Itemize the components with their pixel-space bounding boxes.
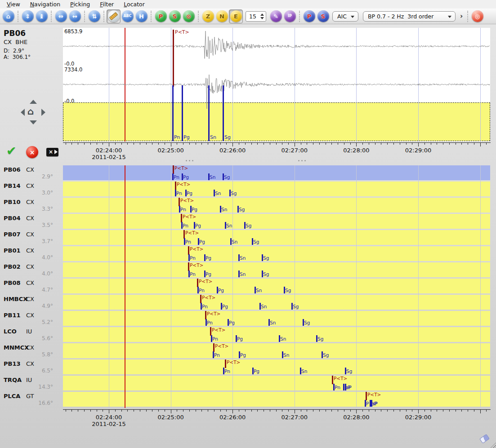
axis-tick-label: 02:29:00 xyxy=(405,414,431,421)
axis-tick-label: 02:29:00 xyxy=(405,147,431,154)
axis-tick xyxy=(214,143,214,145)
pick-marker[interactable] xyxy=(366,392,367,400)
time-zoom-out-button[interactable]: ↔ xyxy=(68,9,82,23)
amplitude-zoom-out-icon: ↨ xyxy=(39,13,44,19)
trace-row-lco[interactable]: P<T>PnPgSnSg xyxy=(63,327,490,342)
menu-locator[interactable]: Locator xyxy=(119,0,150,9)
splitter-handle[interactable] xyxy=(298,160,306,161)
phase-label: Pn xyxy=(335,385,340,390)
reset-view-button[interactable]: ⇅ xyxy=(87,9,101,23)
pick-marker[interactable] xyxy=(181,214,182,222)
relocate-button[interactable]: ◎ xyxy=(470,9,484,23)
pick-marker[interactable] xyxy=(197,279,198,287)
trace-row-plca[interactable]: P<T>PpPsP xyxy=(63,392,490,407)
trace-row-pb14[interactable]: P<T>PnPgSnSg xyxy=(63,182,490,196)
axis-tick xyxy=(201,143,202,145)
pick-marker[interactable] xyxy=(225,359,226,368)
toolbar-overflow-button[interactable]: › xyxy=(460,12,463,20)
discard-trace-button[interactable]: × xyxy=(46,148,58,156)
trace-row-mnmcx[interactable]: P<T>PnPgSnSg xyxy=(63,343,490,358)
trace-row-pb10[interactable]: P<T>PnPgSnSg xyxy=(63,198,490,213)
seismic-picker-window: { "menu": { "items": ["View", "Navigatio… xyxy=(0,0,496,448)
trace-row-pb04[interactable]: P<T>PnPgSnSg xyxy=(63,214,490,229)
trace-row-trqa[interactable]: P<T>PnpPsP xyxy=(63,376,490,390)
menu-navigation[interactable]: Navigation xyxy=(25,0,65,9)
phase-label: Sg xyxy=(263,255,269,261)
pick-marker[interactable] xyxy=(332,376,333,384)
toolbar-separator xyxy=(299,11,300,22)
menu-view[interactable]: View xyxy=(2,0,25,9)
pan-up-button[interactable] xyxy=(30,100,37,104)
measure-ruler-button[interactable] xyxy=(107,9,121,23)
toolbar-separator xyxy=(151,11,152,22)
pan-down-button[interactable] xyxy=(30,120,37,124)
pick-marker[interactable] xyxy=(210,327,211,336)
time-zoom-in-button[interactable]: ⇔ xyxy=(54,9,68,23)
pan-home-button[interactable]: ⌂ xyxy=(27,106,34,117)
phase-label: Pn xyxy=(212,336,218,342)
accept-button[interactable]: ✔ xyxy=(6,144,17,158)
home-button[interactable]: ⌂ xyxy=(1,9,15,23)
axis-tick xyxy=(257,143,258,145)
align-s-button[interactable]: S xyxy=(168,9,182,23)
axis-tick xyxy=(474,410,474,412)
pick-pencil-button[interactable]: ✎ xyxy=(269,9,283,23)
trace-row-hmbcx[interactable]: P<T>PnPgSnSg xyxy=(63,295,490,310)
filter-select-value: BP 0.7 - 2 Hz 3rd order xyxy=(368,13,433,20)
trace-row-pb08[interactable]: P<T>PnPgSnSg xyxy=(63,279,490,293)
cancel-button[interactable]: × xyxy=(26,146,38,158)
eraser-icon[interactable] xyxy=(479,434,490,444)
pick-marker[interactable] xyxy=(205,311,206,319)
pick-label: P<T> xyxy=(199,279,212,284)
amplitude-zoom-out-button[interactable]: ↨ xyxy=(35,9,49,23)
station-distance: 3.5° xyxy=(0,222,53,228)
trace-row-pb02[interactable]: P<T>PnPgSnSg xyxy=(63,262,490,277)
pick-marker[interactable] xyxy=(179,198,180,206)
align-origin-button[interactable]: ⊙ xyxy=(182,9,196,23)
theoretical-p-button[interactable]: P xyxy=(302,9,316,23)
align-h-button[interactable]: H xyxy=(134,9,148,23)
amplitude-zoom-in-button[interactable]: ⇕ xyxy=(21,9,35,23)
component-n-button[interactable]: N xyxy=(215,9,229,23)
menu-picking[interactable]: Picking xyxy=(65,0,95,9)
pick-marker[interactable] xyxy=(173,30,174,87)
axis-tick xyxy=(412,410,412,412)
trace-count-spinbox[interactable]: 15 xyxy=(246,11,266,22)
label-abc-button[interactable]: ABC xyxy=(121,9,134,23)
pick-ip-button[interactable]: IP xyxy=(283,9,297,23)
axis-tick xyxy=(393,410,394,412)
trace-row-pb01[interactable]: P<T>PnPgSnSg xyxy=(63,246,490,261)
align-p-button[interactable]: P xyxy=(154,9,168,23)
trace-row-pb06[interactable]: P<T>PnPgSnSg xyxy=(63,165,490,180)
trace-row-pb11[interactable]: P<T>PnPgSnSg xyxy=(63,311,490,326)
pick-marker[interactable] xyxy=(200,295,201,303)
zoom-trace-view[interactable]: 6853.9 -0.0 7334.0 -0.0 P<T>PnPgSnSg xyxy=(63,28,490,142)
station-distance: 16.6° xyxy=(0,400,53,406)
pan-left-button[interactable] xyxy=(21,109,25,116)
trace-row-pb07[interactable]: P<T>PnPgSnSg xyxy=(63,230,490,245)
pick-marker[interactable] xyxy=(173,165,174,174)
component-e-button[interactable]: E xyxy=(229,9,243,23)
pick-marker[interactable] xyxy=(175,182,176,190)
pick-marker[interactable] xyxy=(213,343,214,352)
resize-grip[interactable] xyxy=(488,440,496,448)
pick-label: P<T> xyxy=(334,376,347,381)
pick-marker[interactable] xyxy=(188,246,189,255)
splitter-handle[interactable] xyxy=(186,160,193,161)
pick-marker[interactable] xyxy=(188,262,189,271)
theoretical-s-button[interactable]: S xyxy=(316,9,330,23)
menu-filter[interactable]: Filter xyxy=(95,0,119,9)
filter-select[interactable]: BP 0.7 - 2 Hz 3rd order xyxy=(363,11,456,22)
axis-tick xyxy=(362,410,363,412)
station-code: PLCA xyxy=(4,393,20,399)
spinner-arrows-icon[interactable] xyxy=(260,13,264,19)
phase-label: Pn xyxy=(190,271,196,277)
picker-select[interactable]: AIC xyxy=(332,11,358,22)
component-z-button[interactable]: Z xyxy=(201,9,215,23)
axis-tick-label: 02:27:00 xyxy=(282,414,308,421)
trace-row-pb13[interactable]: P<T>PnPgSnSg xyxy=(63,359,490,374)
phase-label: sP xyxy=(346,385,352,390)
minute-gridline xyxy=(109,165,109,408)
pan-right-button[interactable] xyxy=(41,109,45,116)
pick-marker[interactable] xyxy=(183,230,185,239)
